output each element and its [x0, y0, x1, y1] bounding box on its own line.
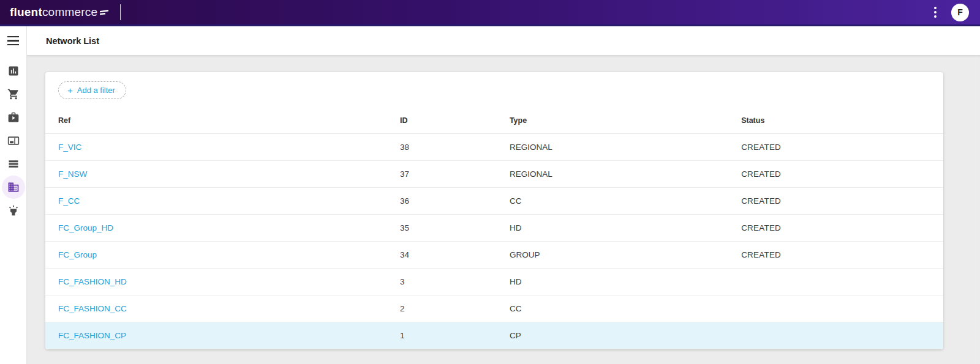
table-header-row: Ref ID Type Status: [45, 107, 943, 134]
sidebar-nav: [2, 59, 25, 222]
filter-bar: + Add a filter: [45, 72, 943, 107]
status-cell: [741, 295, 943, 322]
network-list-card: + Add a filter Ref ID Type Status: [45, 72, 943, 349]
status-cell: [741, 322, 943, 349]
type-cell: CC: [510, 188, 741, 215]
id-cell: 36: [400, 188, 510, 215]
list-view-icon: [7, 158, 20, 170]
status-cell: CREATED: [741, 188, 943, 215]
table-body: F_VIC 38 REGIONAL CREATED F_NSW 37 REGIO…: [45, 134, 943, 349]
shopping-cart-icon: [7, 88, 20, 100]
ref-link[interactable]: F_NSW: [58, 169, 87, 179]
ref-cell: FC_FASHION_CP: [45, 322, 400, 349]
table-row[interactable]: F_NSW 37 REGIONAL CREATED: [45, 161, 943, 188]
ref-link[interactable]: F_CC: [58, 196, 80, 206]
ref-cell: F_CC: [45, 188, 400, 215]
sidebar-item-fulfilment[interactable]: [2, 106, 25, 129]
ref-cell: FC_FASHION_HD: [45, 269, 400, 295]
sidebar-item-dashboard[interactable]: [2, 59, 25, 83]
type-cell: CP: [510, 322, 741, 349]
ref-cell: FC_Group: [45, 242, 400, 269]
ref-link[interactable]: FC_Group: [58, 250, 97, 259]
table-row[interactable]: FC_FASHION_CC 2 CC: [45, 295, 943, 322]
type-cell: HD: [510, 215, 741, 242]
status-cell: CREATED: [741, 242, 943, 269]
user-avatar[interactable]: F: [951, 4, 969, 21]
table-row[interactable]: F_CC 36 CC CREATED: [45, 188, 943, 215]
page-title: Network List: [46, 36, 99, 46]
table-row[interactable]: FC_FASHION_CP 1 CP: [45, 322, 943, 349]
add-filter-button[interactable]: + Add a filter: [58, 81, 126, 99]
id-cell: 1: [400, 322, 510, 349]
ref-cell: F_NSW: [45, 161, 400, 188]
status-cell: CREATED: [741, 134, 943, 161]
id-cell: 2: [400, 295, 510, 322]
column-header-type[interactable]: Type: [510, 107, 741, 134]
add-filter-label: Add a filter: [77, 86, 115, 95]
status-cell: [741, 269, 943, 295]
sidebar-item-payments[interactable]: [2, 129, 25, 152]
bag-play-icon: [7, 111, 20, 124]
id-cell: 35: [400, 215, 510, 242]
plus-icon: +: [67, 86, 73, 95]
more-options-kebab-icon[interactable]: [929, 3, 941, 21]
sidebar-item-inventory[interactable]: [2, 152, 25, 176]
fluentcommerce-logo[interactable]: fluentcommerce: [10, 6, 110, 19]
ref-cell: F_VIC: [45, 134, 400, 161]
ref-link[interactable]: F_VIC: [58, 143, 81, 152]
sidebar-item-orders[interactable]: [2, 83, 25, 106]
main-area: Network List + Add a filter Ref: [27, 26, 980, 364]
table-row[interactable]: FC_Group_HD 35 HD CREATED: [45, 215, 943, 242]
ref-link[interactable]: FC_Group_HD: [58, 223, 113, 232]
type-cell: HD: [510, 269, 741, 295]
building-icon: [7, 181, 20, 193]
ref-cell: FC_Group_HD: [45, 215, 400, 242]
topbar-divider: [120, 4, 121, 20]
table-row[interactable]: FC_FASHION_HD 3 HD: [45, 269, 943, 295]
ref-link[interactable]: FC_FASHION_CC: [58, 304, 127, 313]
sidebar-item-locations[interactable]: [2, 176, 25, 199]
sidebar-item-insights[interactable]: [2, 199, 25, 222]
topbar: fluentcommerce F: [0, 0, 980, 26]
logo-glyph-icon: [99, 9, 110, 16]
column-header-status[interactable]: Status: [741, 107, 943, 134]
id-cell: 38: [400, 134, 510, 161]
ref-link[interactable]: FC_FASHION_CP: [58, 331, 126, 340]
type-cell: REGIONAL: [510, 161, 741, 188]
table-row[interactable]: F_VIC 38 REGIONAL CREATED: [45, 134, 943, 161]
torch-icon: [7, 204, 20, 217]
network-table: Ref ID Type Status F_VIC 38 REGIONAL: [45, 107, 943, 349]
page-header: Network List: [27, 26, 980, 55]
id-cell: 3: [400, 269, 510, 295]
ref-link[interactable]: FC_FASHION_HD: [58, 277, 127, 286]
column-header-id[interactable]: ID: [400, 107, 510, 134]
type-cell: GROUP: [510, 242, 741, 269]
logo-text-fluent: fluent: [10, 6, 42, 19]
id-cell: 34: [400, 242, 510, 269]
logo-text-commerce: commerce: [42, 6, 97, 19]
content-area: + Add a filter Ref ID Type Status: [27, 55, 980, 364]
id-cell: 37: [400, 161, 510, 188]
type-cell: CC: [510, 295, 741, 322]
column-header-ref[interactable]: Ref: [45, 107, 400, 134]
card-panel-icon: [7, 135, 20, 147]
sidebar: [0, 26, 27, 364]
table-row[interactable]: FC_Group 34 GROUP CREATED: [45, 242, 943, 269]
bar-chart-icon: [7, 65, 20, 77]
hamburger-menu-icon[interactable]: [0, 26, 26, 55]
status-cell: CREATED: [741, 161, 943, 188]
status-cell: CREATED: [741, 215, 943, 242]
ref-cell: FC_FASHION_CC: [45, 295, 400, 322]
type-cell: REGIONAL: [510, 134, 741, 161]
